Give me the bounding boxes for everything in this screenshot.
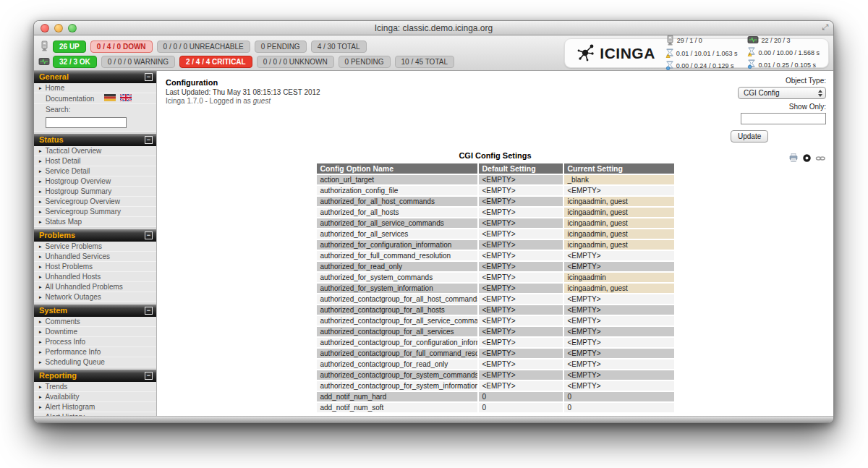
sidebar-item-tactical-overview[interactable]: ▸Tactical Overview xyxy=(34,146,156,156)
table-header-row: Config Option NameDefault SettingCurrent… xyxy=(317,163,674,174)
sidebar-item-host-problems[interactable]: ▸Host Problems xyxy=(34,262,156,272)
config-option-name: authorized_contactgroup_for_all_hosts xyxy=(317,305,477,315)
sidebar-item-network-outages[interactable]: ▸Network Outages xyxy=(34,292,156,302)
update-button[interactable]: Update xyxy=(731,130,768,142)
service-badge-32-3-ok[interactable]: 32 / 3 OK xyxy=(53,56,97,68)
host-badge-26-up[interactable]: 26 UP xyxy=(53,41,86,53)
collapse-section-icon[interactable]: − xyxy=(145,231,153,239)
zoom-window-icon[interactable] xyxy=(68,24,77,33)
default-setting: 0 xyxy=(479,392,563,401)
config-option-name: authorized_for_full_command_resolution xyxy=(317,251,477,260)
sidebar-item-alert-history[interactable]: ▸Alert History xyxy=(34,412,156,416)
sidebar-item-service-problems[interactable]: ▸Service Problems xyxy=(34,242,156,252)
sidebar-item-alert-histogram[interactable]: ▸Alert Histogram xyxy=(34,402,156,412)
link-icon[interactable] xyxy=(815,153,826,163)
sidebar-item-process-info[interactable]: ▸Process Info xyxy=(34,337,156,347)
sidebar-item-performance-info[interactable]: ▸Performance Info xyxy=(34,347,156,357)
service-badge-10-45-total[interactable]: 10 / 45 TOTAL xyxy=(395,56,454,68)
sidebar-item-scheduling-queue[interactable]: ▸Scheduling Queue xyxy=(34,357,156,367)
item-arrow-icon: ▸ xyxy=(39,208,42,216)
sidebar-item-comments[interactable]: ▸Comments xyxy=(34,317,156,327)
sidebar-section-header-status: Status− xyxy=(34,134,156,146)
navigation-sidebar: General−▸HomeDocumentationSearch:Status−… xyxy=(34,71,157,416)
show-only-input[interactable] xyxy=(741,113,826,124)
host-badge-0-4-0-down[interactable]: 0 / 4 / 0 DOWN xyxy=(90,41,153,53)
table-row-authorized-for-configuration-information: authorized_for_configuration_information… xyxy=(317,240,674,250)
default-setting: <EMPTY> xyxy=(479,229,563,239)
host-badge-4-30-total[interactable]: 4 / 30 TOTAL xyxy=(311,41,367,53)
collapse-section-icon[interactable]: − xyxy=(145,307,153,315)
sidebar-item-unhandled-hosts[interactable]: ▸Unhandled Hosts xyxy=(34,272,156,282)
sidebar-item-downtime[interactable]: ▸Downtime xyxy=(34,327,156,337)
service-badge-list: 32 / 3 OK0 / 0 / 0 WARNING2 / 4 / 4 CRIT… xyxy=(53,54,459,68)
default-setting: <EMPTY> xyxy=(479,240,563,250)
host-badge-0-0-0-unreachable[interactable]: 0 / 0 / 0 UNREACHABLE xyxy=(157,41,250,53)
sidebar-item-label: Availability xyxy=(46,393,80,401)
current-setting: <EMPTY> xyxy=(564,381,674,391)
sidebar-item-documentation[interactable]: Documentation xyxy=(34,93,156,104)
stat-value: 0.00 / 0.24 / 0.129 s xyxy=(676,62,734,70)
sidebar-item-label: Servicegroup Summary xyxy=(46,208,121,216)
item-arrow-icon: ▸ xyxy=(39,242,42,250)
sidebar-section-system: System−▸Comments▸Downtime▸Process Info▸P… xyxy=(34,305,156,367)
sidebar-item-label: Hostgroup Summary xyxy=(46,187,112,195)
sidebar-item-label: Network Outages xyxy=(46,293,101,301)
target-icon[interactable] xyxy=(802,153,812,163)
default-setting: <EMPTY> xyxy=(479,338,563,347)
collapse-section-icon[interactable]: − xyxy=(145,372,153,380)
close-window-icon[interactable] xyxy=(41,24,49,33)
window-bottom-bar xyxy=(34,416,833,423)
desktop-background: Icinga: classic.demo.icinga.org ⤢ 26 UP0… xyxy=(0,0,868,468)
column-header-current-setting: Current Setting xyxy=(564,163,674,174)
fullscreen-icon[interactable]: ⤢ xyxy=(822,22,828,32)
sidebar-section-problems: Problems−▸Service Problems▸Unhandled Ser… xyxy=(34,229,156,302)
service-badge-2-4-4-critical[interactable]: 2 / 4 / 4 CRITICAL xyxy=(179,56,252,68)
table-row-authorized-contactgroup-for-read-only: authorized_contactgroup_for_read_only<EM… xyxy=(317,359,674,369)
sidebar-item-status-map[interactable]: ▸Status Map xyxy=(34,217,156,227)
item-arrow-icon: ▸ xyxy=(39,218,42,226)
service-badge-0-0-0-unknown[interactable]: 0 / 0 / 0 UNKNOWN xyxy=(257,56,334,68)
sidebar-item-hostgroup-summary[interactable]: ▸Hostgroup Summary xyxy=(34,187,156,197)
current-setting: <EMPTY> xyxy=(564,305,674,315)
default-setting: <EMPTY> xyxy=(479,251,563,260)
sidebar-item-hostgroup-overview[interactable]: ▸Hostgroup Overview xyxy=(34,176,156,187)
service-badge-0-pending[interactable]: 0 PENDING xyxy=(339,56,391,68)
service-monitor-icon xyxy=(747,35,759,46)
uk-flag-icon[interactable] xyxy=(120,94,132,103)
sidebar-item-service-detail[interactable]: ▸Service Detail xyxy=(34,166,156,176)
service-badge-0-0-0-warning[interactable]: 0 / 0 / 0 WARNING xyxy=(101,56,175,68)
minimize-window-icon[interactable] xyxy=(54,24,63,33)
item-arrow-icon: ▸ xyxy=(39,338,42,346)
collapse-section-icon[interactable]: − xyxy=(145,73,153,81)
current-setting: icingaadmin, guest xyxy=(564,208,674,217)
config-option-name: authorized_for_all_services xyxy=(317,229,477,239)
item-arrow-icon: ▸ xyxy=(39,252,42,260)
item-arrow-icon: ▸ xyxy=(39,84,42,92)
item-arrow-icon: ▸ xyxy=(39,393,42,401)
sidebar-item-unhandled-services[interactable]: ▸Unhandled Services xyxy=(34,252,156,262)
sidebar-section-title: Reporting xyxy=(39,371,77,380)
config-option-name: authorized_for_all_host_commands xyxy=(317,197,477,206)
column-header-config-option-name: Config Option Name xyxy=(317,163,477,174)
search-input[interactable] xyxy=(46,117,127,128)
sidebar-item-availability[interactable]: ▸Availability xyxy=(34,392,156,402)
item-arrow-icon: ▸ xyxy=(39,328,42,336)
sidebar-item-all-unhandled-problems[interactable]: ▸All Unhandled Problems xyxy=(34,282,156,292)
current-setting: _blank xyxy=(564,175,674,184)
german-flag-icon[interactable] xyxy=(104,94,116,103)
sidebar-item-host-detail[interactable]: ▸Host Detail xyxy=(34,156,156,166)
default-setting: 0 xyxy=(479,403,563,412)
sidebar-item-home[interactable]: ▸Home xyxy=(34,83,156,93)
sidebar-item-trends[interactable]: ▸Trends xyxy=(34,382,156,392)
icinga-molecule-icon xyxy=(575,41,597,66)
sidebar-item-servicegroup-overview[interactable]: ▸Servicegroup Overview xyxy=(34,197,156,207)
icinga-logo-panel: ICINGA 29 / 1 / 00.01 / 10.01 / 1.063 s0… xyxy=(564,38,829,68)
current-setting: icingaadmin, guest xyxy=(564,240,674,250)
object-type-select[interactable]: CGI Config xyxy=(738,87,826,99)
collapse-section-icon[interactable]: − xyxy=(145,136,153,144)
sidebar-item-servicegroup-summary[interactable]: ▸Servicegroup Summary xyxy=(34,207,156,217)
sidebar-item-label: Service Problems xyxy=(46,242,102,250)
config-option-name: authorization_config_file xyxy=(317,186,477,195)
host-badge-0-pending[interactable]: 0 PENDING xyxy=(255,41,307,53)
printer-icon[interactable] xyxy=(788,153,799,163)
